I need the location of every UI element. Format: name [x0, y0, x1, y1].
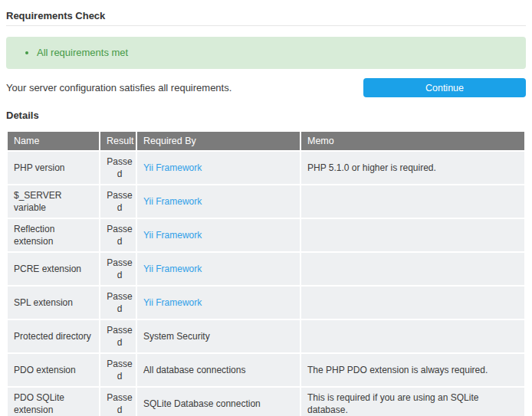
result-badge: Passed — [100, 354, 136, 386]
memo: The PHP PDO extension is always required… — [301, 354, 524, 386]
table-row: PHP version Passed Yii Framework PHP 5.1… — [8, 152, 524, 184]
memo — [301, 219, 524, 251]
table-row: $_SERVER variable Passed Yii Framework — [8, 185, 524, 218]
required-by-link[interactable]: Yii Framework — [143, 297, 202, 308]
requirement-name: $_SERVER variable — [8, 185, 99, 218]
required-by-link[interactable]: Yii Framework — [143, 162, 202, 173]
table-row: SPL extension Passed Yii Framework — [8, 287, 524, 319]
required-by: Yii Framework — [137, 287, 300, 319]
required-by: SQLite Database connection — [137, 388, 300, 416]
result-badge: Passed — [100, 219, 136, 251]
requirement-name: SPL extension — [8, 287, 99, 319]
column-header-required-by: Required By — [137, 132, 300, 150]
details-heading: Details — [6, 110, 526, 121]
memo: PHP 5.1.0 or higher is required. — [301, 152, 524, 184]
requirement-name: PDO SQLite extension — [8, 388, 99, 416]
memo — [301, 287, 524, 319]
required-by: Yii Framework — [137, 152, 300, 184]
requirement-name: PHP version — [8, 152, 99, 184]
memo — [301, 320, 524, 352]
result-badge: Passed — [100, 152, 136, 184]
requirement-name: Reflection extension — [8, 219, 99, 251]
column-header-memo: Memo — [301, 132, 524, 150]
page-title: Requirements Check — [6, 10, 526, 26]
required-by: Yii Framework — [137, 253, 300, 285]
alert-list: All requirements met — [18, 47, 514, 59]
table-row: PCRE extension Passed Yii Framework — [8, 253, 524, 285]
required-by: System Security — [137, 320, 300, 352]
required-by-link[interactable]: Yii Framework — [143, 196, 202, 207]
required-by: Yii Framework — [137, 185, 300, 218]
requirement-name: PDO extension — [8, 354, 99, 386]
result-badge: Passed — [100, 185, 136, 218]
memo — [301, 185, 524, 218]
alert-item: All requirements met — [37, 47, 514, 59]
table-header-row: Name Result Required By Memo — [8, 132, 524, 150]
memo: This is required if you are using an SQL… — [301, 388, 524, 416]
requirement-name: Protected directory — [8, 320, 99, 352]
summary-text: Your server configuration satisfies all … — [6, 82, 232, 94]
success-alert: All requirements met — [6, 37, 526, 69]
requirements-table: Name Result Required By Memo PHP version… — [6, 130, 526, 416]
required-by-link[interactable]: Yii Framework — [143, 230, 202, 241]
summary-row: Your server configuration satisfies all … — [6, 78, 526, 97]
table-row: PDO SQLite extension Passed SQLite Datab… — [8, 388, 524, 416]
requirements-page: Requirements Check All requirements met … — [0, 10, 532, 416]
memo — [301, 253, 524, 285]
continue-button[interactable]: Continue — [363, 78, 526, 97]
table-row: Protected directory Passed System Securi… — [8, 320, 524, 352]
column-header-result: Result — [100, 132, 136, 150]
column-header-name: Name — [8, 132, 99, 150]
table-row: PDO extension Passed All database connec… — [8, 354, 524, 386]
required-by: Yii Framework — [137, 219, 300, 251]
required-by-link[interactable]: Yii Framework — [143, 264, 202, 274]
result-badge: Passed — [100, 287, 136, 319]
required-by: All database connections — [137, 354, 300, 386]
table-row: Reflection extension Passed Yii Framewor… — [8, 219, 524, 251]
result-badge: Passed — [100, 253, 136, 285]
table-body: PHP version Passed Yii Framework PHP 5.1… — [8, 152, 524, 416]
requirement-name: PCRE extension — [8, 253, 99, 285]
result-badge: Passed — [100, 388, 136, 416]
result-badge: Passed — [100, 320, 136, 352]
